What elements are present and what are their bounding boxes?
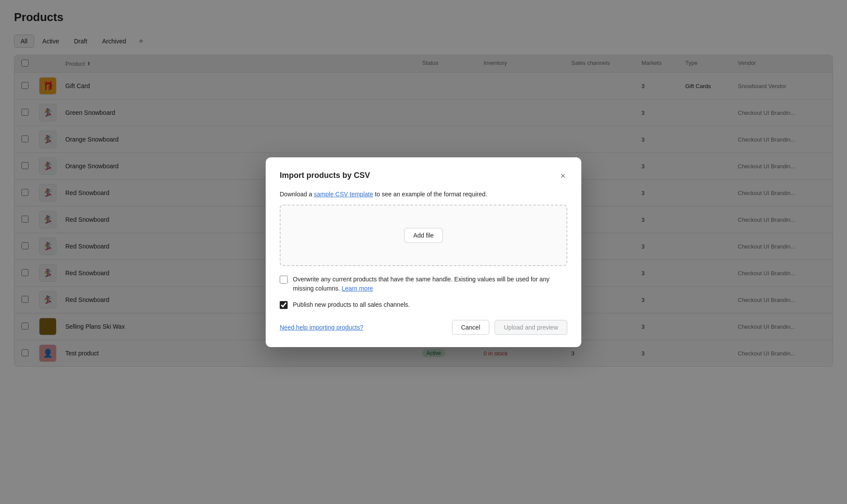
file-drop-zone[interactable]: Add file — [280, 205, 567, 266]
overwrite-checkbox[interactable] — [280, 276, 288, 284]
page-wrapper: Products All Active Draft Archived + Pro… — [0, 0, 847, 504]
overwrite-label-text: Overwrite any current products that have… — [293, 276, 549, 292]
description-suffix: to see an example of the format required… — [373, 191, 487, 198]
upload-preview-button[interactable]: Upload and preview — [495, 320, 567, 335]
overwrite-label: Overwrite any current products that have… — [293, 275, 567, 293]
description-prefix: Download a — [280, 191, 314, 198]
add-file-button[interactable]: Add file — [404, 228, 443, 243]
cancel-button[interactable]: Cancel — [452, 320, 490, 335]
csv-template-link[interactable]: sample CSV template — [314, 191, 373, 198]
publish-checkbox[interactable] — [280, 301, 288, 309]
import-csv-modal: Import products by CSV × Download a samp… — [266, 157, 581, 347]
modal-overlay: Import products by CSV × Download a samp… — [0, 0, 847, 504]
help-link[interactable]: Need help importing products? — [280, 324, 363, 331]
modal-footer: Need help importing products? Cancel Upl… — [280, 320, 567, 335]
publish-label: Publish new products to all sales channe… — [293, 300, 410, 309]
modal-close-button[interactable]: × — [559, 170, 567, 182]
modal-title: Import products by CSV — [280, 171, 370, 180]
modal-description: Download a sample CSV template to see an… — [280, 191, 567, 198]
publish-checkbox-row: Publish new products to all sales channe… — [280, 300, 567, 309]
overwrite-checkbox-row: Overwrite any current products that have… — [280, 275, 567, 293]
footer-actions: Cancel Upload and preview — [452, 320, 567, 335]
learn-more-link[interactable]: Learn more — [342, 285, 373, 292]
modal-header: Import products by CSV × — [280, 170, 567, 182]
